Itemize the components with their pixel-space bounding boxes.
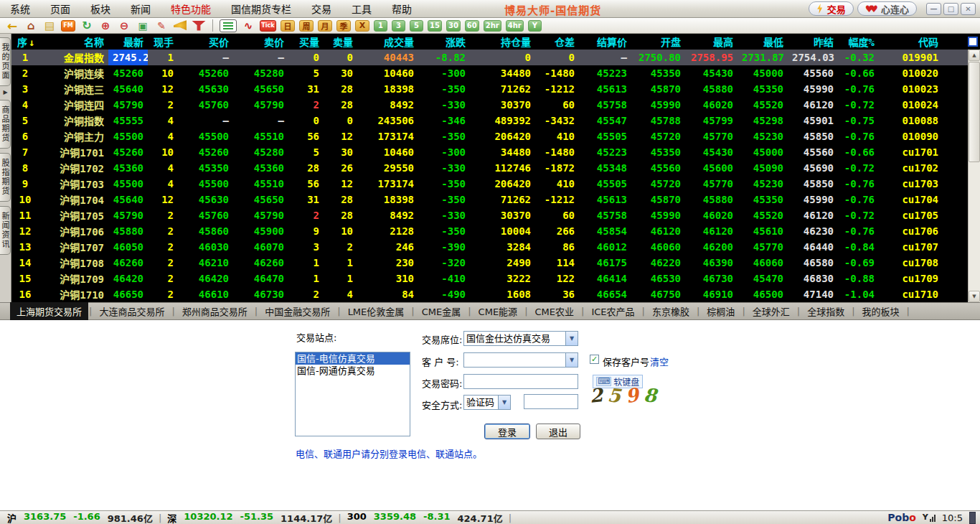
login-button[interactable]: 登录 bbox=[484, 424, 530, 439]
quote-row-9[interactable]: 9沪铜170345500445500455105612173174-350206… bbox=[11, 176, 968, 192]
col-header-high[interactable]: 最高 bbox=[685, 34, 738, 50]
exit-button[interactable]: 退出 bbox=[536, 424, 580, 439]
col-header-settle[interactable]: 结算价 bbox=[579, 34, 631, 50]
maximize-button[interactable]: □ bbox=[943, 3, 958, 15]
chevron-down-icon[interactable]: ▼ bbox=[565, 353, 578, 367]
period-60min-button[interactable]: 60 bbox=[465, 20, 479, 32]
exchange-tab-LME伦敦金属[interactable]: LME伦敦金属 bbox=[341, 302, 411, 320]
col-header-oichg[interactable]: 仓差 bbox=[535, 34, 579, 50]
col-header-last[interactable]: 最新 bbox=[108, 34, 148, 50]
col-header-volume[interactable]: 成交量 bbox=[357, 34, 418, 50]
quote-row-11[interactable]: 11沪铜170545790245760457902288492-33030370… bbox=[11, 207, 968, 223]
quote-row-12[interactable]: 12沪铜170645880245860459009102128-35010004… bbox=[11, 223, 968, 239]
col-header-name[interactable]: 名称 bbox=[39, 34, 108, 50]
exchange-tab-我的板块[interactable]: 我的板块 bbox=[856, 302, 906, 320]
col-header-now[interactable]: 现手 bbox=[148, 34, 178, 50]
col-header-low[interactable]: 最低 bbox=[738, 34, 788, 50]
quote-row-4[interactable]: 4沪铜连四45790245760457902288492-33030370604… bbox=[11, 97, 968, 113]
quote-row-2[interactable]: 2沪铜连续4526010452604528053010460-30034480-… bbox=[11, 65, 968, 81]
chevron-down-icon[interactable]: ▼ bbox=[498, 396, 510, 409]
period-year-button[interactable]: Y bbox=[528, 20, 542, 32]
quote-row-13[interactable]: 13沪铜1707460502460304607032246-3903284864… bbox=[11, 239, 968, 255]
menu-item-工具[interactable]: 工具 bbox=[341, 1, 382, 16]
password-input[interactable] bbox=[463, 374, 578, 389]
quote-row-7[interactable]: 7沪铜17014526010452604528053010460-3003448… bbox=[11, 144, 968, 160]
exchange-tab-郑州商品交易所[interactable]: 郑州商品交易所 bbox=[176, 302, 254, 320]
scroll-up-icon[interactable]: ▲ bbox=[969, 50, 980, 61]
col-header-code[interactable]: 代码 bbox=[879, 34, 943, 50]
security-select[interactable]: 验证码 ▼ bbox=[463, 395, 511, 410]
finance-info-icon[interactable]: FM bbox=[61, 20, 75, 32]
quote-row-10[interactable]: 10沪铜170445640124563045650312818398-35071… bbox=[11, 192, 968, 207]
period-30min-button[interactable]: 30 bbox=[446, 20, 461, 32]
zoom-out-icon[interactable]: ⊖ bbox=[117, 19, 131, 32]
alarm-horn-icon[interactable] bbox=[173, 20, 187, 31]
exchange-tab-ICE农产品[interactable]: ICE农产品 bbox=[585, 302, 641, 320]
scroll-down-icon[interactable]: ▼ bbox=[969, 291, 980, 302]
period-5min-button[interactable]: 5 bbox=[410, 20, 423, 32]
sidebar-tab-我的页面[interactable]: 我的页面 bbox=[0, 37, 11, 86]
station-item-国信-电信仿真交易[interactable]: 国信-电信仿真交易 bbox=[296, 352, 410, 365]
zoom-in-icon[interactable]: ⊕ bbox=[98, 19, 113, 32]
station-listbox[interactable]: 国信-电信仿真交易国信-网通仿真交易 bbox=[295, 352, 410, 436]
exchange-tab-CME金属[interactable]: CME金属 bbox=[415, 302, 468, 320]
sidebar-tab-商品期货[interactable]: 商品期货 bbox=[0, 100, 11, 149]
quote-row-5[interactable]: 5沪铜指数455554——00243506-346489392-34324554… bbox=[11, 113, 968, 128]
period-1min-button[interactable]: 1 bbox=[374, 20, 387, 32]
period-4hr-button[interactable]: 4hr bbox=[506, 20, 524, 32]
period-15min-button[interactable]: 15 bbox=[428, 20, 442, 32]
menu-item-板块[interactable]: 板块 bbox=[80, 1, 121, 16]
heart-link-button[interactable]: ♥♥ 心连心 bbox=[857, 1, 917, 16]
exchange-tab-东京橡胶[interactable]: 东京橡胶 bbox=[646, 302, 696, 320]
minimize-button[interactable]: — bbox=[926, 3, 941, 15]
period-day-button[interactable]: 日 bbox=[281, 20, 295, 32]
close-button[interactable]: ✕ bbox=[961, 3, 976, 15]
report-icon[interactable]: ▤ bbox=[42, 19, 57, 32]
sidebar-expand-icon[interactable]: ▶ bbox=[3, 89, 7, 95]
exchange-tab-全球外汇[interactable]: 全球外汇 bbox=[746, 302, 796, 320]
seat-select[interactable]: 国信金仕达仿真交易 ▼ bbox=[463, 331, 578, 346]
back-icon[interactable]: ← bbox=[5, 19, 19, 32]
exchange-tab-大连商品交易所[interactable]: 大连商品交易所 bbox=[93, 302, 171, 320]
menu-item-新闻[interactable]: 新闻 bbox=[121, 1, 161, 16]
sidebar-tab-新闻资讯[interactable]: 新闻资讯 bbox=[0, 206, 11, 255]
col-header-askvol[interactable]: 卖量 bbox=[324, 34, 357, 50]
period-x-button[interactable]: X bbox=[355, 20, 369, 32]
captcha-input[interactable] bbox=[524, 394, 578, 409]
col-header-pct[interactable]: 幅度% bbox=[838, 34, 879, 50]
sidebar-tab-股指期货[interactable]: 股指期货 bbox=[0, 153, 11, 202]
tick-chart-icon[interactable]: Tick bbox=[260, 20, 276, 32]
chevron-down-icon[interactable]: ▼ bbox=[565, 332, 578, 345]
station-item-国信-网通仿真交易[interactable]: 国信-网通仿真交易 bbox=[296, 365, 410, 377]
col-header-seq[interactable]: 序↓ bbox=[11, 34, 39, 50]
quote-row-8[interactable]: 8沪铜17024536044535045360282629550-3301127… bbox=[11, 160, 968, 176]
filter-funnel-icon[interactable] bbox=[192, 21, 206, 31]
quote-row-15[interactable]: 15沪铜1709464202464204647011310-4103222122… bbox=[11, 271, 968, 286]
exchange-tab-棕榈油[interactable]: 棕榈油 bbox=[700, 302, 741, 320]
col-header-bidvol[interactable]: 买量 bbox=[288, 34, 324, 50]
menu-item-交易[interactable]: 交易 bbox=[301, 1, 341, 16]
save-account-checkbox[interactable]: ✓ bbox=[590, 355, 599, 364]
menu-item-特色功能[interactable]: 特色功能 bbox=[161, 1, 221, 16]
draw-line-icon[interactable]: ✎ bbox=[154, 19, 169, 32]
quote-row-3[interactable]: 3沪铜连三45640124563045650312818398-35071262… bbox=[11, 81, 968, 97]
col-header-bid[interactable]: 买价 bbox=[178, 34, 233, 50]
menu-item-系统[interactable]: 系统 bbox=[0, 1, 40, 16]
quote-grid-icon[interactable] bbox=[220, 19, 237, 32]
period-3min-button[interactable]: 3 bbox=[392, 20, 405, 32]
exchange-tab-全球指数[interactable]: 全球指数 bbox=[801, 302, 851, 320]
scrollbar-thumb[interactable] bbox=[969, 62, 980, 162]
exchange-tab-CME农业[interactable]: CME农业 bbox=[529, 302, 581, 320]
col-header-change[interactable]: 涨跌 bbox=[418, 34, 470, 50]
table-scrollbar[interactable]: ▲ ▼ bbox=[968, 50, 980, 302]
exchange-tab-CME能源[interactable]: CME能源 bbox=[472, 302, 524, 320]
col-header-ask[interactable]: 卖价 bbox=[233, 34, 288, 50]
quote-row-14[interactable]: 14沪铜1708462602462104626011230-3202490114… bbox=[11, 255, 968, 271]
period-month-button[interactable]: 月 bbox=[318, 20, 332, 32]
layers-icon[interactable]: ▣ bbox=[136, 19, 150, 32]
period-quarter-button[interactable]: 季 bbox=[336, 20, 351, 32]
col-header-oi[interactable]: 持仓量 bbox=[470, 34, 535, 50]
col-header-prev[interactable]: 昨结 bbox=[788, 34, 838, 50]
period-2hr-button[interactable]: 2hr bbox=[484, 20, 501, 32]
exchange-tab-上海期货交易所[interactable]: 上海期货交易所 bbox=[10, 302, 88, 320]
